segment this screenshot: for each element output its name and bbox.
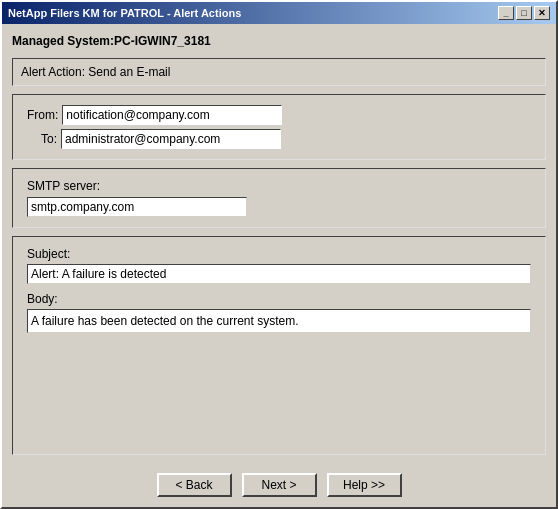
title-bar-text: NetApp Filers KM for PATROL - Alert Acti… bbox=[8, 7, 241, 19]
subject-input[interactable] bbox=[27, 264, 531, 284]
to-input[interactable] bbox=[61, 129, 281, 149]
help-button[interactable]: Help >> bbox=[327, 473, 402, 497]
title-controls: _ □ ✕ bbox=[498, 6, 550, 20]
main-window: NetApp Filers KM for PATROL - Alert Acti… bbox=[0, 0, 558, 509]
to-row: To: bbox=[27, 129, 531, 149]
minimize-button[interactable]: _ bbox=[498, 6, 514, 20]
app-title: NetApp Filers KM for PATROL - Alert Acti… bbox=[8, 7, 241, 19]
bottom-bar: < Back Next > Help >> bbox=[2, 463, 556, 507]
smtp-input[interactable] bbox=[27, 197, 247, 217]
back-button[interactable]: < Back bbox=[157, 473, 232, 497]
smtp-label: SMTP server: bbox=[27, 179, 531, 193]
body-label: Body: bbox=[27, 292, 531, 306]
close-button[interactable]: ✕ bbox=[534, 6, 550, 20]
subject-body-fields: Subject: Body: bbox=[21, 243, 537, 337]
subject-body-section: Subject: Body: bbox=[12, 236, 546, 455]
alert-action-label: Alert Action: Send an E-mail bbox=[21, 65, 170, 79]
main-content: Managed System:PC-IGWIN7_3181 Alert Acti… bbox=[2, 24, 556, 463]
smtp-section: SMTP server: bbox=[12, 168, 546, 228]
title-bar: NetApp Filers KM for PATROL - Alert Acti… bbox=[2, 2, 556, 24]
managed-system-label: Managed System:PC-IGWIN7_3181 bbox=[12, 32, 546, 50]
from-input[interactable] bbox=[62, 105, 282, 125]
subject-label: Subject: bbox=[27, 247, 531, 261]
from-row: From: bbox=[27, 105, 531, 125]
next-button[interactable]: Next > bbox=[242, 473, 317, 497]
maximize-button[interactable]: □ bbox=[516, 6, 532, 20]
to-label: To: bbox=[27, 132, 57, 146]
from-label: From: bbox=[27, 108, 58, 122]
email-section: From: To: bbox=[12, 94, 546, 160]
alert-action-section: Alert Action: Send an E-mail bbox=[12, 58, 546, 86]
smtp-fields: SMTP server: bbox=[21, 175, 537, 221]
email-fields: From: To: bbox=[21, 101, 537, 153]
body-input[interactable] bbox=[27, 309, 531, 333]
